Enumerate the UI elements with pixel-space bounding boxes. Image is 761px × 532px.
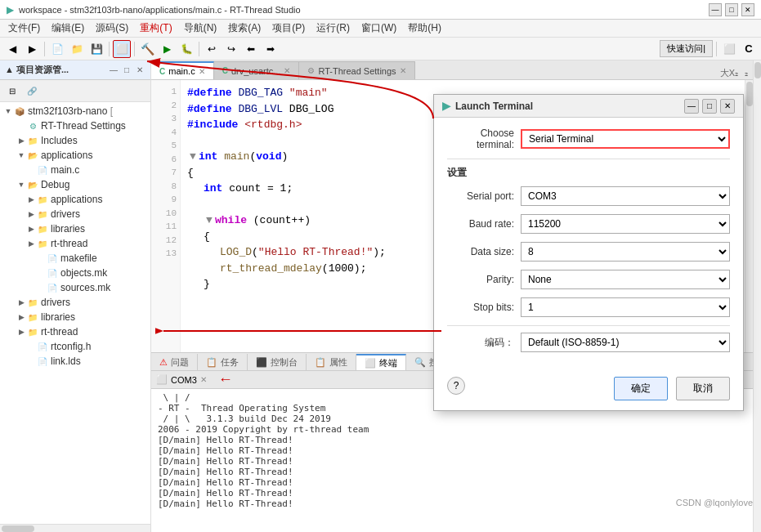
dialog-help-button[interactable]: ? <box>447 377 465 395</box>
tree-toggle-debug-applications[interactable]: ▶ <box>26 194 36 204</box>
redo-button[interactable]: ↪ <box>222 40 240 58</box>
tree-item-rtsettings[interactable]: ⚙ RT-Thread Settings <box>0 118 150 133</box>
tree-toggle-debug[interactable]: ▼ <box>16 180 26 190</box>
panel-close-button[interactable]: ✕ <box>134 65 145 76</box>
tree-item-applications[interactable]: ▼ 📂 applications <box>0 148 150 163</box>
tree-item-mainc[interactable]: 📄 main.c <box>0 163 150 177</box>
dialog-ok-button[interactable]: 确定 <box>614 377 668 400</box>
open-button[interactable]: 📁 <box>68 40 86 58</box>
stop-bits-select[interactable]: 1 <box>521 297 730 317</box>
tree-toggle-debug-drivers[interactable]: ▶ <box>26 209 36 219</box>
toolbar-extra-1[interactable]: ⬜ <box>720 40 738 58</box>
save-button[interactable]: 💾 <box>87 40 105 58</box>
tab-rtsettings-close[interactable]: ✕ <box>400 66 406 75</box>
tree-hscroll[interactable] <box>0 524 150 532</box>
vscroll-thumb[interactable] <box>746 82 753 106</box>
menu-search[interactable]: 搜索(A) <box>223 20 266 37</box>
parity-select[interactable]: None <box>521 270 730 289</box>
tab-view-menu[interactable]: 大X₂ <box>718 67 740 79</box>
menu-refactor[interactable]: 重构(T) <box>135 20 177 37</box>
arrow-fwd[interactable]: ➡ <box>262 40 280 58</box>
tab-minimize[interactable]: ₂ <box>743 68 750 78</box>
tree-item-objects[interactable]: 📄 objects.mk <box>0 266 150 280</box>
baud-rate-select[interactable]: 115200 <box>521 214 730 234</box>
tree-item-debug[interactable]: ▼ 📂 Debug <box>0 177 150 192</box>
dialog-cancel-button[interactable]: 取消 <box>676 377 730 400</box>
tree-toggle-debug-rtthread[interactable]: ▶ <box>26 239 36 248</box>
tree-toggle-debug-libraries[interactable]: ▶ <box>26 224 36 234</box>
build-button[interactable]: 🔨 <box>138 40 156 58</box>
serial-port-select[interactable]: COM3 <box>521 186 730 206</box>
menu-file[interactable]: 文件(F) <box>3 20 45 37</box>
run-button[interactable]: ▶ <box>158 40 176 58</box>
choose-terminal-select[interactable]: Serial Terminal <box>521 129 730 149</box>
tree-toggle-applications[interactable]: ▼ <box>16 150 26 160</box>
arrow-back[interactable]: ⬅ <box>242 40 260 58</box>
close-button[interactable]: ✕ <box>741 3 754 16</box>
encoding-select[interactable]: Default (ISO-8859-1) <box>521 333 730 352</box>
tree-item-debug-rtthread[interactable]: ▶ 📁 rt-thread <box>0 236 150 251</box>
collapse-btn-main[interactable]: ▼ <box>187 149 199 165</box>
panel-minimize-button[interactable]: — <box>108 65 119 76</box>
editor-vscroll[interactable] <box>745 80 753 352</box>
new-button[interactable]: 📄 <box>48 40 66 58</box>
menu-source[interactable]: 源码(S) <box>91 20 133 37</box>
hscroll-thumb[interactable] <box>2 525 34 532</box>
bottom-tab-properties[interactable]: 📋 属性 <box>307 354 356 370</box>
tree-item-sources[interactable]: 📄 sources.mk <box>0 280 150 295</box>
data-size-select[interactable]: 8 <box>521 242 730 262</box>
forward-button[interactable]: ▶ <box>23 40 41 58</box>
minimize-button[interactable]: — <box>709 3 722 16</box>
maximize-button[interactable]: □ <box>725 3 738 16</box>
menu-project[interactable]: 项目(P) <box>267 20 310 37</box>
quick-access-button[interactable]: 快速访问| <box>660 40 713 57</box>
tree-item-drivers[interactable]: ▶ 📁 drivers <box>0 295 150 310</box>
dialog-close-button[interactable]: ✕ <box>720 99 735 114</box>
tree-link-editor[interactable]: 🔗 <box>23 82 41 100</box>
tree-item-project[interactable]: ▼ 📦 stm32f103rb-nano [ <box>0 104 150 118</box>
toolbar-extra-2[interactable]: C <box>740 40 758 58</box>
editor-tab-mainc[interactable]: C main.c ✕ <box>151 61 214 79</box>
tree-item-debug-drivers[interactable]: ▶ 📁 drivers <box>0 207 150 221</box>
debug-button[interactable]: 🐛 <box>177 40 195 58</box>
bottom-tab-console[interactable]: ⬛ 控制台 <box>248 354 307 370</box>
tree-toggle-includes[interactable]: ▶ <box>16 136 26 145</box>
com3-close[interactable]: ✕ <box>200 375 207 384</box>
menu-window[interactable]: 窗口(W) <box>356 20 401 37</box>
editor-tab-drv[interactable]: C drv_usartc... ✕ <box>214 61 300 79</box>
tree-item-debug-applications[interactable]: ▶ 📁 applications <box>0 192 150 207</box>
back-button[interactable]: ◀ <box>3 40 21 58</box>
terminal-button[interactable]: ⬜ <box>113 40 131 58</box>
panel-maximize-button[interactable]: □ <box>121 65 132 76</box>
bottom-tab-problems[interactable]: ⚠ 问题 <box>151 354 198 370</box>
dialog-minimize-button[interactable]: — <box>684 99 699 114</box>
tree-toggle-rtthread[interactable]: ▶ <box>16 327 26 337</box>
tree-item-rtthread[interactable]: ▶ 📁 rt-thread <box>0 324 150 339</box>
menu-run[interactable]: 运行(R) <box>311 20 355 37</box>
tree-item-linklds[interactable]: 📄 link.lds <box>0 354 150 369</box>
tree-item-debug-libraries[interactable]: ▶ 📁 libraries <box>0 221 150 236</box>
bottom-tab-tasks[interactable]: 📋 任务 <box>198 354 248 370</box>
tree-item-includes[interactable]: ▶ 📁 Includes <box>0 133 150 148</box>
menu-navigate[interactable]: 导航(N) <box>179 20 222 37</box>
tab-mainc-close[interactable]: ✕ <box>199 67 205 76</box>
bottom-tab-terminal[interactable]: ⬜ 终端 <box>356 354 406 370</box>
undo-button[interactable]: ↩ <box>203 40 221 58</box>
tree-toggle-drivers[interactable]: ▶ <box>16 297 26 307</box>
tab-drv-close[interactable]: ✕ <box>284 66 290 75</box>
collapse-btn-while[interactable]: ▼ <box>204 212 215 229</box>
dialog-maximize-button[interactable]: □ <box>702 99 717 114</box>
tree-label-libraries: libraries <box>41 311 75 323</box>
menu-help[interactable]: 帮助(H) <box>403 20 446 37</box>
tree-item-makefile[interactable]: 📄 makefile <box>0 251 150 266</box>
tree-toggle-libraries[interactable]: ▶ <box>16 312 26 322</box>
terminal-com3-tab[interactable]: ⬜ COM3 ✕ <box>156 374 207 385</box>
tree-item-libraries[interactable]: ▶ 📁 libraries <box>0 310 150 324</box>
main-vscroll-thumb[interactable] <box>754 62 761 78</box>
tree-item-rtconfig[interactable]: 📄 rtconfig.h <box>0 339 150 354</box>
tree-toggle-project[interactable]: ▼ <box>3 106 13 116</box>
tree-collapse-all[interactable]: ⊟ <box>3 82 21 100</box>
menu-edit[interactable]: 编辑(E) <box>47 20 89 37</box>
main-vscroll[interactable] <box>753 60 761 532</box>
editor-tab-rtsettings[interactable]: ⚙ RT-Thread Settings ✕ <box>299 61 414 79</box>
